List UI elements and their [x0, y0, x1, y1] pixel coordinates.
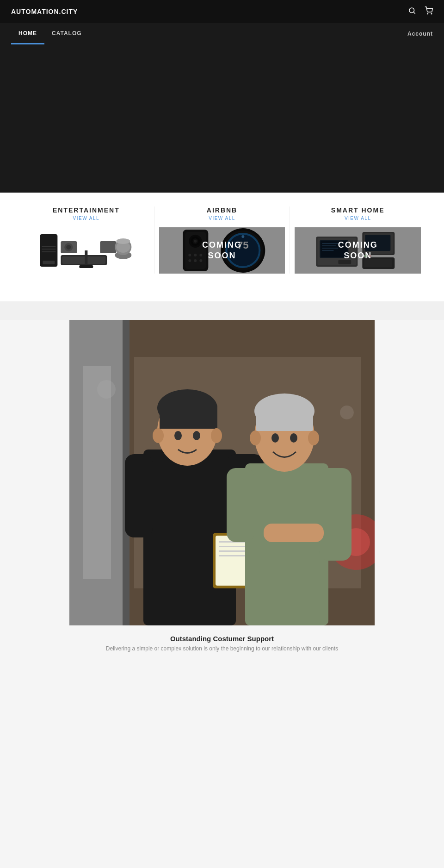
svg-rect-20 — [85, 250, 87, 265]
nav-left: HOME CATALOG — [11, 23, 89, 44]
support-photo — [69, 320, 375, 625]
svg-point-70 — [193, 431, 200, 440]
support-people-svg — [69, 320, 375, 625]
site-logo: AUTOMATION.CITY — [11, 8, 78, 15]
svg-rect-80 — [245, 463, 328, 625]
entertainment-title: ENTERTAINMENT — [23, 206, 149, 214]
smarthome-view-all[interactable]: VIEW ALL — [295, 216, 421, 221]
svg-point-69 — [174, 431, 182, 440]
airbnb-image-wrapper: 75 COMINGSOON — [159, 227, 285, 274]
nav-right: Account — [407, 23, 433, 44]
svg-point-72 — [211, 428, 222, 443]
svg-rect-5 — [42, 246, 56, 247]
smarthome-title: SMART HOME — [295, 206, 421, 214]
svg-point-86 — [271, 433, 279, 443]
svg-point-18 — [116, 238, 130, 244]
svg-rect-7 — [42, 251, 56, 252]
hero-banner — [0, 44, 444, 193]
svg-point-13 — [66, 245, 71, 250]
svg-rect-81 — [227, 468, 254, 542]
support-text: Outstanding Costumer Support Delivering … — [0, 625, 444, 652]
airbnb-coming-soon-overlay: COMINGSOON — [159, 227, 285, 274]
smarthome-coming-soon-text: COMINGSOON — [338, 240, 378, 262]
svg-rect-85 — [256, 410, 313, 431]
airbnb-title: AIRBNB — [159, 206, 285, 214]
category-card-airbnb: AIRBNB VIEW ALL — [154, 206, 290, 274]
smarthome-image-wrapper: COMINGSOON — [295, 227, 421, 274]
account-link[interactable]: Account — [407, 31, 433, 37]
airbnb-coming-soon-text: COMINGSOON — [202, 240, 242, 262]
airbnb-view-all[interactable]: VIEW ALL — [159, 216, 285, 221]
svg-point-87 — [290, 433, 297, 443]
entertainment-products-svg — [23, 227, 149, 274]
support-description: Delivering a simple or complex solution … — [11, 645, 433, 652]
svg-line-1 — [413, 12, 415, 13]
svg-rect-8 — [43, 261, 55, 264]
nav-item-catalog[interactable]: CATALOG — [44, 23, 89, 44]
smarthome-coming-soon-overlay: COMINGSOON — [295, 227, 421, 274]
category-grid: ENTERTAINMENT VIEW ALL — [18, 206, 426, 274]
category-card-entertainment: ENTERTAINMENT VIEW ALL — [18, 206, 154, 274]
svg-rect-10 — [62, 256, 105, 264]
cart-icon[interactable] — [425, 6, 433, 17]
svg-point-2 — [427, 13, 428, 14]
svg-rect-14 — [100, 241, 116, 253]
entertainment-image-wrapper — [23, 227, 149, 274]
entertainment-view-all[interactable]: VIEW ALL — [23, 216, 149, 221]
support-section: Outstanding Costumer Support Delivering … — [0, 320, 444, 666]
svg-rect-82 — [319, 468, 352, 561]
svg-rect-19 — [79, 265, 93, 268]
svg-point-71 — [153, 428, 164, 443]
svg-point-0 — [409, 8, 414, 13]
svg-point-91 — [97, 380, 116, 399]
svg-point-88 — [250, 431, 261, 445]
search-icon[interactable] — [408, 6, 416, 17]
top-icons — [408, 6, 433, 17]
svg-rect-68 — [160, 406, 217, 429]
svg-point-92 — [340, 406, 354, 419]
svg-rect-90 — [264, 524, 324, 542]
svg-rect-6 — [42, 249, 56, 250]
nav-bar: HOME CATALOG Account — [0, 23, 444, 44]
section-gap — [0, 301, 444, 320]
nav-item-home[interactable]: HOME — [11, 23, 44, 44]
category-section: ENTERTAINMENT VIEW ALL — [0, 193, 444, 301]
category-card-smarthome: SMART HOME VIEW ALL — [290, 206, 426, 274]
svg-point-3 — [431, 13, 432, 14]
top-bar: AUTOMATION.CITY — [0, 0, 444, 23]
svg-point-89 — [308, 431, 319, 445]
svg-rect-64 — [125, 454, 153, 537]
support-title: Outstanding Costumer Support — [11, 635, 433, 643]
